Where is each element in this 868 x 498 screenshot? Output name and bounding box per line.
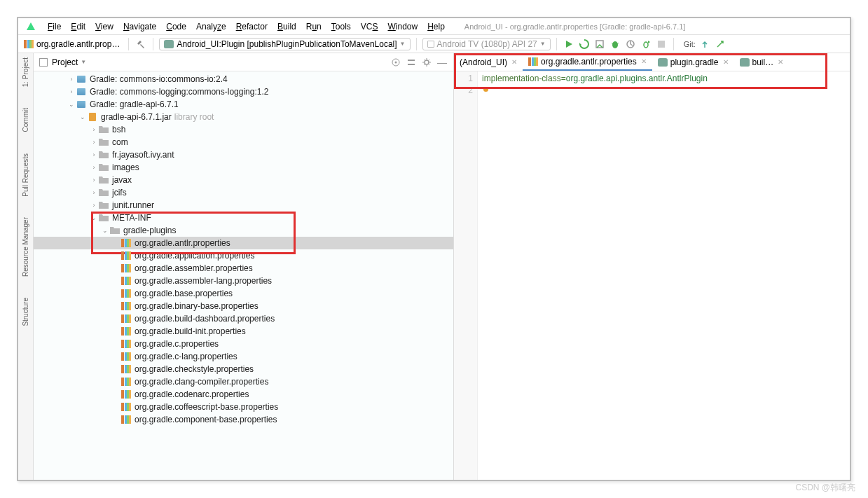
watermark: CSDN @韩曙亮 bbox=[795, 482, 855, 494]
editor-body[interactable]: 1 2 implementation-class=org.gradle.api.… bbox=[454, 71, 850, 480]
tree-row[interactable]: org.gradle.antlr.properties bbox=[34, 237, 453, 249]
run-config-selector[interactable]: Android_UI:Plugin [publishPluginPublicat… bbox=[159, 38, 410, 50]
build-hammer-icon[interactable] bbox=[135, 38, 147, 50]
tree-row[interactable]: org.gradle.assembler-lang.properties bbox=[34, 275, 453, 287]
profile-icon[interactable] bbox=[624, 38, 637, 50]
library-icon bbox=[76, 87, 87, 97]
tree-row[interactable]: org.gradle.codenarc.properties bbox=[34, 388, 453, 401]
menu-tools[interactable]: Tools bbox=[327, 20, 355, 33]
git-update-icon[interactable] bbox=[698, 38, 711, 50]
select-opened-file-icon[interactable] bbox=[390, 57, 401, 68]
close-tab-icon[interactable]: ✕ bbox=[778, 58, 783, 66]
menu-file[interactable]: File bbox=[43, 20, 65, 33]
tree-row[interactable]: org.gradle.build-dashboard.properties bbox=[34, 312, 453, 325]
tree-row[interactable]: ›Gradle: commons-logging:commons-logging… bbox=[34, 85, 453, 98]
tool-tab-structure[interactable]: Structure bbox=[22, 298, 29, 326]
menu-vcs[interactable]: VCS bbox=[357, 20, 383, 33]
tree-row[interactable]: ›javax bbox=[34, 174, 453, 186]
editor-tab[interactable]: plugin.gradle✕ bbox=[652, 53, 734, 71]
tree-row[interactable]: org.gradle.clang-compiler.properties bbox=[34, 375, 453, 388]
git-commit-icon[interactable] bbox=[714, 38, 726, 50]
attach-debugger-icon[interactable] bbox=[640, 38, 652, 50]
menu-help[interactable]: Help bbox=[423, 20, 449, 33]
tree-row[interactable]: org.gradle.component-base.properties bbox=[34, 413, 453, 426]
project-tree[interactable]: ›Gradle: commons-io:commons-io:2.4›Gradl… bbox=[34, 71, 453, 480]
tree-arrow-icon[interactable]: › bbox=[67, 76, 76, 83]
editor-tab[interactable]: org.gradle.antlr.properties✕ bbox=[523, 53, 652, 71]
apply-code-icon[interactable] bbox=[593, 38, 606, 50]
expand-all-icon[interactable] bbox=[406, 57, 417, 68]
menu-bar: File Edit View Navigate Code Analyze Ref… bbox=[18, 18, 850, 35]
tree-arrow-icon[interactable]: ⌄ bbox=[67, 101, 76, 108]
tree-row[interactable]: ›junit.runner bbox=[34, 199, 453, 212]
dropdown-arrow-icon: ▼ bbox=[400, 41, 406, 47]
tree-arrow-icon[interactable]: › bbox=[90, 164, 98, 171]
tree-arrow-icon[interactable]: ⌄ bbox=[78, 113, 87, 120]
ide-window: File Edit View Navigate Code Analyze Ref… bbox=[17, 17, 851, 481]
tree-label: Gradle: commons-io:commons-io:2.4 bbox=[90, 74, 228, 84]
tool-tab-resource-manager[interactable]: Resource Manager bbox=[22, 217, 29, 277]
run-button[interactable] bbox=[563, 38, 575, 50]
tree-row[interactable]: org.gradle.assembler.properties bbox=[34, 262, 453, 275]
tree-arrow-icon[interactable]: › bbox=[90, 151, 98, 158]
tree-row[interactable]: org.gradle.application.properties bbox=[34, 249, 453, 262]
tool-tab-pull-requests[interactable]: Pull Requests bbox=[22, 153, 29, 197]
tree-row[interactable]: org.gradle.base.properties bbox=[34, 287, 453, 300]
tree-arrow-icon[interactable]: ⌄ bbox=[101, 227, 109, 234]
tree-label: org.gradle.codenarc.properties bbox=[135, 389, 249, 399]
debug-icon[interactable] bbox=[609, 38, 621, 50]
menu-analyze[interactable]: Analyze bbox=[192, 20, 230, 33]
menu-window[interactable]: Window bbox=[383, 20, 422, 33]
settings-gear-icon[interactable] bbox=[421, 57, 432, 68]
menu-build[interactable]: Build bbox=[273, 20, 301, 33]
menu-navigate[interactable]: Navigate bbox=[119, 20, 160, 33]
tree-row[interactable]: org.gradle.build-init.properties bbox=[34, 325, 453, 338]
device-selector[interactable]: Android TV (1080p) API 27 ▼ bbox=[422, 38, 551, 50]
tree-row[interactable]: org.gradle.c.properties bbox=[34, 338, 453, 350]
close-tab-icon[interactable]: ✕ bbox=[641, 57, 647, 65]
project-view-selector[interactable]: Project ▼ bbox=[52, 57, 86, 67]
tree-row[interactable]: ⌄META-INF bbox=[34, 212, 453, 224]
svg-marker-0 bbox=[27, 22, 35, 30]
tree-row[interactable]: ›jcifs bbox=[34, 186, 453, 199]
tool-tab-commit[interactable]: Commit bbox=[22, 108, 29, 132]
menu-refactor[interactable]: Refactor bbox=[232, 20, 272, 33]
tree-row[interactable]: ›fr.jayasoft.ivy.ant bbox=[34, 148, 453, 161]
menu-edit[interactable]: Edit bbox=[67, 20, 90, 33]
tree-row[interactable]: org.gradle.coffeescript-base.properties bbox=[34, 401, 453, 413]
close-tab-icon[interactable]: ✕ bbox=[723, 58, 729, 66]
hide-panel-icon[interactable]: — bbox=[436, 57, 448, 68]
tree-row[interactable]: ›Gradle: commons-io:commons-io:2.4 bbox=[34, 73, 453, 85]
menu-code[interactable]: Code bbox=[162, 20, 191, 33]
menu-run[interactable]: Run bbox=[302, 20, 326, 33]
apply-changes-icon[interactable] bbox=[578, 38, 591, 50]
tree-row[interactable]: ›com bbox=[34, 136, 453, 148]
tree-arrow-icon[interactable]: › bbox=[67, 88, 76, 95]
tree-arrow-icon[interactable]: › bbox=[90, 189, 98, 196]
tree-arrow-icon[interactable]: › bbox=[90, 126, 98, 133]
tree-row[interactable]: ›images bbox=[34, 161, 453, 174]
tree-row[interactable]: org.gradle.checkstyle.properties bbox=[34, 363, 453, 375]
breadcrumb[interactable]: org.gradle.antlr.prop… bbox=[21, 39, 123, 49]
code-area[interactable]: implementation-class=org.gradle.api.plug… bbox=[478, 71, 850, 480]
tree-label: org.gradle.build-dashboard.properties bbox=[135, 314, 275, 324]
tree-arrow-icon[interactable]: › bbox=[90, 202, 98, 209]
stop-icon[interactable] bbox=[655, 38, 668, 50]
tree-row[interactable]: ⌄gradle-plugins bbox=[34, 224, 453, 237]
tree-arrow-icon[interactable]: › bbox=[90, 139, 98, 146]
tree-row[interactable]: ⌄Gradle: gradle-api-6.7.1 bbox=[34, 98, 453, 111]
tree-row[interactable]: ⌄gradle-api-6.7.1.jarlibrary root bbox=[34, 111, 453, 123]
tool-tab-project[interactable]: 1: Project bbox=[22, 57, 29, 87]
tree-arrow-icon[interactable]: › bbox=[90, 177, 98, 184]
svg-point-15 bbox=[425, 60, 429, 64]
close-tab-icon[interactable]: ✕ bbox=[511, 58, 517, 66]
tree-arrow-icon[interactable]: ⌄ bbox=[90, 214, 98, 221]
editor-tab[interactable]: (Android_UI)✕ bbox=[454, 53, 523, 71]
warning-marker-icon[interactable] bbox=[483, 87, 488, 92]
menu-view[interactable]: View bbox=[91, 20, 118, 33]
tree-row[interactable]: org.gradle.c-lang.properties bbox=[34, 350, 453, 363]
tree-label: org.gradle.assembler-lang.properties bbox=[135, 276, 272, 286]
editor-tab[interactable]: buil…✕ bbox=[734, 53, 790, 71]
tree-row[interactable]: ›bsh bbox=[34, 123, 453, 136]
tree-row[interactable]: org.gradle.binary-base.properties bbox=[34, 300, 453, 312]
